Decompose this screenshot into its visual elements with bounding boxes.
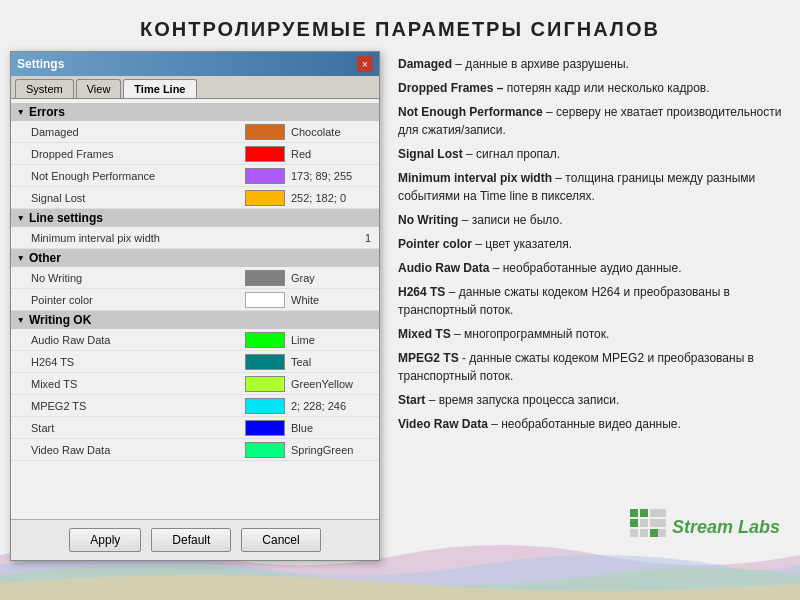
dialog-body: Errors Damaged Chocolate Dropped Frames … bbox=[11, 99, 379, 519]
dialog-tabs: System View Time Line bbox=[11, 76, 379, 99]
tab-view[interactable]: View bbox=[76, 79, 122, 98]
cancel-button[interactable]: Cancel bbox=[241, 528, 320, 552]
color-video-raw-data[interactable] bbox=[245, 442, 285, 458]
streamlabs-logo: Stream Labs bbox=[630, 509, 780, 545]
color-no-writing[interactable] bbox=[245, 270, 285, 286]
desc-mpeg2-ts: MPEG2 TS - данные сжаты кодеком MPEG2 и … bbox=[398, 349, 782, 385]
row-not-enough-performance: Not Enough Performance 173; 89; 255 bbox=[11, 165, 379, 187]
row-no-writing: No Writing Gray bbox=[11, 267, 379, 289]
color-not-enough-performance[interactable] bbox=[245, 168, 285, 184]
desc-signal-lost: Signal Lost – сигнал пропал. bbox=[398, 145, 782, 163]
desc-start: Start – время запуска процесса записи. bbox=[398, 391, 782, 409]
desc-min-interval: Minimum interval pix width – толщина гра… bbox=[398, 169, 782, 205]
desc-not-enough-performance: Not Enough Performance – серверу не хват… bbox=[398, 103, 782, 139]
row-pointer-color: Pointer color White bbox=[11, 289, 379, 311]
color-damaged[interactable] bbox=[245, 124, 285, 140]
tab-timeline[interactable]: Time Line bbox=[123, 79, 196, 98]
row-video-raw-data: Video Raw Data SpringGreen bbox=[11, 439, 379, 461]
row-mixed-ts: Mixed TS GreenYellow bbox=[11, 373, 379, 395]
desc-no-writing: No Writing – записи не было. bbox=[398, 211, 782, 229]
row-signal-lost: Signal Lost 252; 182; 0 bbox=[11, 187, 379, 209]
color-h264-ts[interactable] bbox=[245, 354, 285, 370]
color-start[interactable] bbox=[245, 420, 285, 436]
apply-button[interactable]: Apply bbox=[69, 528, 141, 552]
dialog-title: Settings bbox=[17, 57, 64, 71]
svg-rect-7 bbox=[640, 529, 648, 537]
svg-rect-11 bbox=[658, 529, 666, 537]
row-audio-raw-data: Audio Raw Data Lime bbox=[11, 329, 379, 351]
color-dropped-frames[interactable] bbox=[245, 146, 285, 162]
streamlabs-logo-text: Stream Labs bbox=[672, 517, 780, 538]
row-dropped-frames: Dropped Frames Red bbox=[11, 143, 379, 165]
color-signal-lost[interactable] bbox=[245, 190, 285, 206]
settings-dialog: Settings × System View Time Line Errors … bbox=[10, 51, 380, 561]
desc-h264-ts: H264 TS – данные сжаты кодеком H264 и пр… bbox=[398, 283, 782, 319]
row-min-interval: Minimum interval pix width 1 bbox=[11, 227, 379, 249]
desc-pointer-color: Pointer color – цвет указателя. bbox=[398, 235, 782, 253]
streamlabs-logo-icon bbox=[630, 509, 666, 545]
color-mpeg2-ts[interactable] bbox=[245, 398, 285, 414]
desc-dropped-frames: Dropped Frames – потерян кадр или нескол… bbox=[398, 79, 782, 97]
svg-rect-5 bbox=[650, 519, 658, 527]
row-mpeg2-ts: MPEG2 TS 2; 228; 246 bbox=[11, 395, 379, 417]
svg-rect-1 bbox=[640, 509, 648, 517]
desc-audio-raw-data: Audio Raw Data – необработанные аудио да… bbox=[398, 259, 782, 277]
color-audio-raw-data[interactable] bbox=[245, 332, 285, 348]
svg-rect-9 bbox=[658, 509, 666, 517]
page-title: КОНТРОЛИРУЕМЫЕ ПАРАМЕТРЫ СИГНАЛОВ bbox=[0, 0, 800, 51]
svg-rect-4 bbox=[640, 519, 648, 527]
row-start: Start Blue bbox=[11, 417, 379, 439]
svg-rect-0 bbox=[630, 509, 638, 517]
svg-rect-6 bbox=[630, 529, 638, 537]
right-panel: Damaged – данные в архиве разрушены. Dro… bbox=[390, 51, 790, 586]
section-line-settings[interactable]: Line settings bbox=[11, 209, 379, 227]
section-other[interactable]: Other bbox=[11, 249, 379, 267]
svg-rect-2 bbox=[650, 509, 658, 517]
color-mixed-ts[interactable] bbox=[245, 376, 285, 392]
svg-rect-10 bbox=[658, 519, 666, 527]
row-damaged: Damaged Chocolate bbox=[11, 121, 379, 143]
desc-damaged: Damaged – данные в архиве разрушены. bbox=[398, 55, 782, 73]
tab-system[interactable]: System bbox=[15, 79, 74, 98]
section-errors[interactable]: Errors bbox=[11, 103, 379, 121]
dialog-titlebar: Settings × bbox=[11, 52, 379, 76]
color-pointer[interactable] bbox=[245, 292, 285, 308]
default-button[interactable]: Default bbox=[151, 528, 231, 552]
desc-mixed-ts: Mixed TS – многопрограммный поток. bbox=[398, 325, 782, 343]
section-writing-ok[interactable]: Writing OK bbox=[11, 311, 379, 329]
dialog-footer: Apply Default Cancel bbox=[11, 519, 379, 560]
svg-rect-3 bbox=[630, 519, 638, 527]
desc-video-raw-data: Video Raw Data – необработанные видео да… bbox=[398, 415, 782, 433]
dialog-close-button[interactable]: × bbox=[357, 56, 373, 72]
content-area: Settings × System View Time Line Errors … bbox=[0, 51, 800, 586]
row-h264-ts: H264 TS Teal bbox=[11, 351, 379, 373]
svg-rect-8 bbox=[650, 529, 658, 537]
